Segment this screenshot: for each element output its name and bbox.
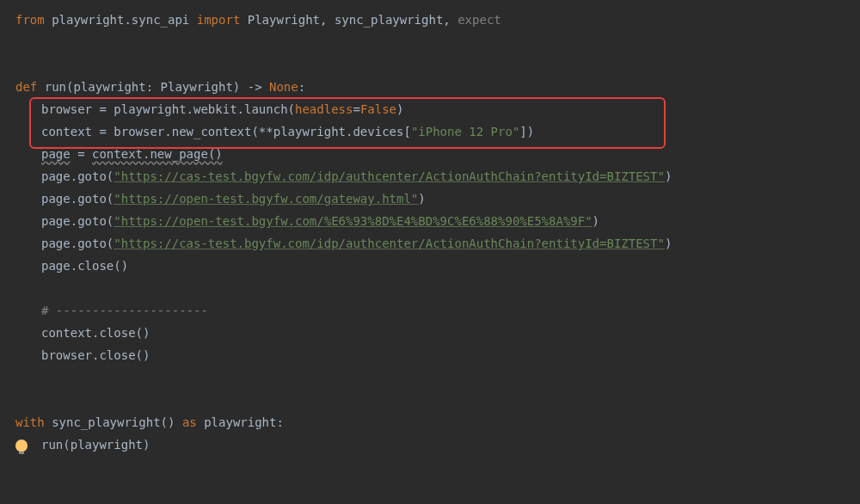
unused-import: expect (458, 9, 501, 31)
punct: ) (396, 98, 403, 120)
code-text: page.goto( (41, 187, 114, 210)
code-line-blank[interactable] (15, 31, 860, 53)
lightbulb-icon[interactable] (15, 439, 28, 452)
code-line[interactable]: page.goto("https://open-test.bgyfw.com/%… (15, 210, 860, 232)
code-line[interactable]: # --------------------- (15, 299, 860, 322)
keyword-import: import (197, 9, 241, 31)
module-path: playwright.sync_api (45, 9, 197, 31)
code-text: browser.close() (41, 344, 150, 366)
code-line[interactable]: browser = playwright.webkit.launch(headl… (15, 98, 860, 120)
code-text: = (71, 143, 92, 165)
code-text: context.new_page() (92, 143, 223, 165)
keyword-def: def (15, 76, 37, 98)
code-line[interactable]: context = browser.new_context(**playwrig… (15, 120, 860, 143)
code-line-blank[interactable] (15, 277, 860, 299)
import-names: Playwright, sync_playwright, (240, 9, 458, 31)
keyword-as: as (182, 411, 197, 433)
code-line[interactable]: page.close() (15, 255, 860, 277)
code-line[interactable]: page = context.new_page() (15, 143, 860, 165)
keyword-from: from (15, 9, 45, 31)
punct: ) (593, 210, 599, 232)
code-text: page.goto( (41, 165, 114, 187)
url-string[interactable]: "https://open-test.bgyfw.com/gateway.htm… (114, 187, 418, 210)
punct: ) (418, 187, 425, 210)
code-line[interactable]: context.close() (15, 322, 860, 344)
punct: ) (665, 232, 672, 255)
code-text: page.goto( (41, 210, 114, 232)
punct: = (353, 98, 359, 120)
url-string[interactable]: "https://cas-test.bgyfw.com/idp/authcent… (114, 232, 665, 255)
punct: ]) (519, 120, 534, 143)
code-line[interactable]: def run(playwright: Playwright) -> None: (15, 76, 860, 98)
code-line[interactable]: page.goto("https://cas-test.bgyfw.com/id… (15, 232, 860, 255)
code-line[interactable]: from playwright.sync_api import Playwrig… (15, 9, 860, 31)
string-literal: "iPhone 12 Pro" (411, 120, 519, 143)
code-line[interactable]: page.goto("https://cas-test.bgyfw.com/id… (15, 165, 860, 187)
code-line-blank[interactable] (15, 53, 860, 76)
none-literal: None (269, 76, 298, 98)
code-line[interactable]: page.goto("https://open-test.bgyfw.com/g… (15, 187, 860, 210)
false-literal: False (360, 98, 396, 120)
function-sig: run(playwright: Playwright) -> (37, 76, 269, 98)
url-string[interactable]: "https://open-test.bgyfw.com/%E6%93%8D%E… (114, 210, 592, 232)
code-text: playwright: (197, 411, 284, 433)
code-line-blank[interactable] (15, 366, 860, 389)
keyword-with: with (15, 411, 45, 433)
url-string[interactable]: "https://cas-test.bgyfw.com/idp/authcent… (114, 165, 665, 187)
code-line[interactable]: with sync_playwright() as playwright: (15, 411, 860, 433)
comment-text: # --------------------- (41, 299, 208, 322)
code-editor[interactable]: from playwright.sync_api import Playwrig… (0, 0, 860, 464)
code-text: page.goto( (41, 232, 114, 255)
code-text: run(playwright) (41, 433, 150, 456)
code-text: sync_playwright() (45, 411, 182, 433)
code-text: context.close() (41, 322, 150, 344)
kwarg-name: headless (295, 98, 353, 120)
code-text: page.close() (41, 255, 128, 277)
code-line-blank[interactable] (15, 389, 860, 411)
code-text: browser = playwright.webkit.launch( (41, 98, 295, 120)
code-line[interactable]: run(playwright) (15, 433, 860, 456)
code-line[interactable]: browser.close() (15, 344, 860, 366)
punct: ) (665, 165, 672, 187)
code-text: page (41, 143, 71, 165)
code-text: context = browser.new_context(**playwrig… (41, 120, 411, 143)
punct: : (298, 76, 305, 98)
